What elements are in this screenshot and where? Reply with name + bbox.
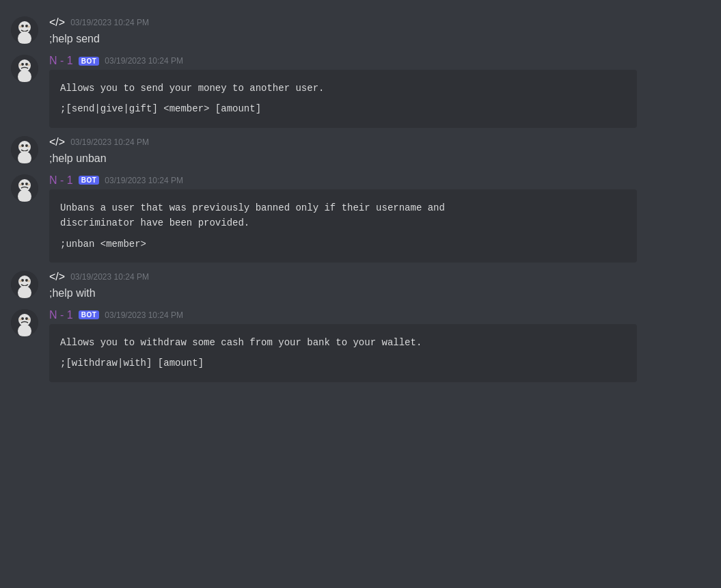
bot-badge-1: BOT <box>79 57 100 66</box>
message-header-2: N - 1 BOT 03/19/2023 10:24 PM <box>49 55 710 67</box>
avatar-bot-3 <box>11 309 38 336</box>
username-6: N - 1 <box>49 309 73 321</box>
bot-badge-2: BOT <box>79 176 100 185</box>
message-content-4: N - 1 BOT 03/19/2023 10:24 PM Unbans a u… <box>49 174 710 263</box>
message-text-5: ;help with <box>49 286 710 301</box>
svg-point-39 <box>19 318 22 320</box>
bot-badge-3: BOT <box>79 310 100 319</box>
svg-point-5 <box>27 26 30 28</box>
embed-box-2: Unbans a user that was previously banned… <box>49 189 637 263</box>
timestamp-1: 03/19/2023 10:24 PM <box>70 18 149 27</box>
embed-text-1-line1: Allows you to send your money to another… <box>60 81 626 96</box>
message-header-1: </> 03/19/2023 10:24 PM <box>49 16 710 29</box>
message-group-4: N - 1 BOT 03/19/2023 10:24 PM Unbans a u… <box>0 169 721 265</box>
embed-text-3-line2: ;[withdraw|with] [amount] <box>60 356 626 371</box>
svg-point-25 <box>19 183 22 185</box>
svg-point-19 <box>27 145 30 147</box>
message-content-2: N - 1 BOT 03/19/2023 10:24 PM Allows you… <box>49 55 710 128</box>
svg-point-11 <box>19 64 22 66</box>
message-content-1: </> 03/19/2023 10:24 PM ;help send <box>49 16 710 46</box>
username-2: N - 1 <box>49 55 73 67</box>
avatar-user-3 <box>11 271 38 298</box>
svg-point-32 <box>19 280 22 282</box>
message-content-6: N - 1 BOT 03/19/2023 10:24 PM Allows you… <box>49 309 710 382</box>
embed-text-1-line2: ;[send|give|gift] <member> [amount] <box>60 101 626 116</box>
embed-text-3-line1: Allows you to withdraw some cash from yo… <box>60 335 626 350</box>
timestamp-5: 03/19/2023 10:24 PM <box>70 272 149 282</box>
timestamp-6: 03/19/2023 10:24 PM <box>105 310 183 320</box>
message-group-3: </> 03/19/2023 10:24 PM ;help unban <box>0 131 721 169</box>
svg-point-4 <box>19 26 22 28</box>
embed-box-1: Allows you to send your money to another… <box>49 70 637 128</box>
avatar-bot-2 <box>11 174 38 202</box>
message-content-5: </> 03/19/2023 10:24 PM ;help with <box>49 271 710 301</box>
svg-point-12 <box>27 64 30 66</box>
username-5: </> <box>49 271 65 283</box>
avatar-bot-1 <box>11 55 38 82</box>
message-text-3: ;help unban <box>49 151 710 166</box>
avatar-user-2 <box>11 136 38 163</box>
message-group-1: </> 03/19/2023 10:24 PM ;help send <box>0 11 721 49</box>
timestamp-2: 03/19/2023 10:24 PM <box>105 56 183 66</box>
embed-text-2-line1: Unbans a user that was previously banned… <box>60 200 626 231</box>
username-3: </> <box>49 136 65 148</box>
embed-text-2-line2: ;unban <member> <box>60 237 626 252</box>
message-header-6: N - 1 BOT 03/19/2023 10:24 PM <box>49 309 710 321</box>
message-header-4: N - 1 BOT 03/19/2023 10:24 PM <box>49 174 710 187</box>
timestamp-4: 03/19/2023 10:24 PM <box>105 176 183 185</box>
svg-point-18 <box>19 145 22 147</box>
username-4: N - 1 <box>49 174 73 187</box>
username-1: </> <box>49 16 65 29</box>
embed-box-3: Allows you to withdraw some cash from yo… <box>49 324 637 382</box>
svg-point-26 <box>27 183 30 185</box>
message-header-3: </> 03/19/2023 10:24 PM <box>49 136 710 148</box>
message-header-5: </> 03/19/2023 10:24 PM <box>49 271 710 283</box>
message-text-1: ;help send <box>49 31 710 46</box>
svg-point-40 <box>27 318 30 320</box>
avatar <box>11 16 38 44</box>
message-content-3: </> 03/19/2023 10:24 PM ;help unban <box>49 136 710 166</box>
message-group-2: N - 1 BOT 03/19/2023 10:24 PM Allows you… <box>0 49 721 131</box>
svg-point-33 <box>27 280 30 282</box>
message-group-5: </> 03/19/2023 10:24 PM ;help with <box>0 265 721 304</box>
message-group-6: N - 1 BOT 03/19/2023 10:24 PM Allows you… <box>0 304 721 385</box>
timestamp-3: 03/19/2023 10:24 PM <box>70 137 149 147</box>
